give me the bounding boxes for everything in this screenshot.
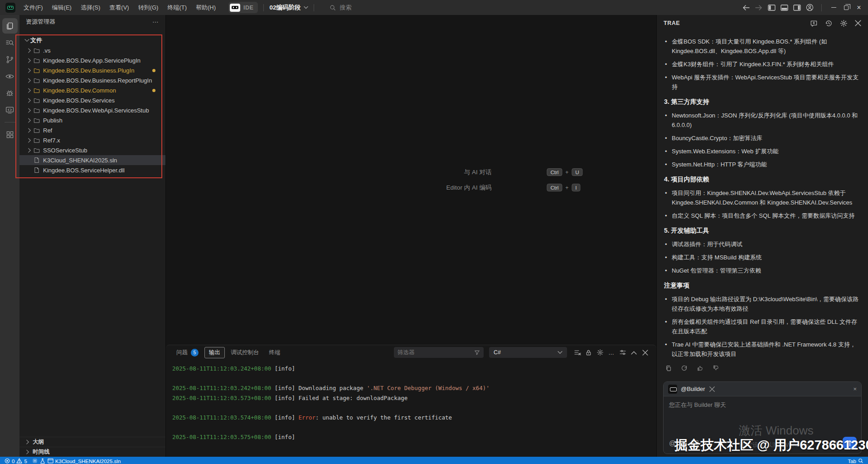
chevron-right-icon	[26, 148, 33, 153]
preview-eye-icon[interactable]	[2, 68, 18, 84]
tree-item-label: Kingdee.BOS.Dev.App.ServicePlugIn	[43, 57, 141, 64]
tree-row[interactable]: Kingdee.BOS.Dev.Business.PlugIn	[19, 65, 165, 75]
global-search[interactable]: 搜索	[330, 4, 351, 12]
tree-item-label: K3Cloud_SHENKAI2025.sln	[43, 157, 117, 164]
tree-row[interactable]: Kingdee.BOS.ServiceHelper.dll	[19, 165, 165, 175]
solution-window-icon	[48, 458, 53, 464]
log-line: 2025-08-11T11:12:03.574+08:00 [info] Err…	[172, 413, 656, 423]
toggle-right-panel-button[interactable]	[790, 1, 803, 14]
ai-hint-label: Editor 内 AI 编码	[401, 184, 491, 192]
panel-settings-gear-icon[interactable]	[594, 347, 606, 358]
output-channel-select[interactable]: C#	[489, 347, 567, 358]
maximize-panel-icon[interactable]	[628, 347, 640, 358]
menu-item-t[interactable]: 终端(T)	[163, 0, 191, 15]
trae-settings-gear-icon[interactable]	[840, 20, 848, 27]
main-column: 与 AI 对话Ctrl+UEditor 内 AI 编码Ctrl+I 问题5输出调…	[166, 15, 656, 457]
builder-tools-icon[interactable]	[709, 386, 715, 392]
panel-filter-settings-icon[interactable]	[617, 347, 628, 358]
chat-bullet-item: 金蝶K3财务组件：引用了 Kingdee.K3.FIN.* 系列财务相关组件	[664, 59, 861, 69]
problems-status[interactable]: 0 5	[5, 457, 27, 464]
trae-chat-content[interactable]: 金蝶BOS SDK：项目大量引用 Kingdee.BOS.* 系列组件 (如 K…	[657, 31, 868, 378]
chat-history-icon[interactable]	[825, 20, 833, 27]
explorer-more-icon[interactable]: ⋯	[152, 18, 159, 25]
panel-tab-输出[interactable]: 输出	[204, 347, 225, 358]
apps-grid-icon[interactable]	[2, 127, 18, 142]
menu-item-g[interactable]: 转到(G)	[134, 0, 163, 15]
activity-bar	[0, 15, 19, 457]
tree-row[interactable]: Kingdee.BOS.Dev.WebApi.ServicesStub	[19, 105, 165, 115]
toggle-sidebar-button[interactable]	[765, 1, 778, 14]
attach-image-icon[interactable]	[691, 440, 698, 446]
keycap: Ctrl	[547, 184, 562, 191]
tree-row[interactable]: .vs	[19, 45, 165, 55]
solution-status[interactable]: K3Cloud_SHENKAI2025.sln	[48, 457, 121, 464]
new-chat-icon[interactable]	[810, 20, 818, 27]
panel-tab-问题[interactable]: 问题5	[172, 347, 203, 358]
more-actions-icon[interactable]: …	[606, 347, 617, 358]
source-control-icon[interactable]	[2, 52, 18, 67]
copy-icon[interactable]	[665, 365, 672, 371]
tree-row[interactable]: Kingdee.BOS.Dev.App.ServicePlugIn	[19, 55, 165, 65]
tree-row[interactable]: K3Cloud_SHENKAI2025.sln	[19, 155, 165, 165]
tree-row[interactable]: Ref	[19, 125, 165, 135]
menu-item-s[interactable]: 选择(S)	[76, 0, 105, 15]
trae-header: TRAE	[657, 15, 868, 31]
debug-bug-icon[interactable]	[2, 85, 18, 101]
mention-at-icon[interactable]: @	[669, 439, 676, 447]
tree-row[interactable]: 文件	[19, 35, 165, 45]
nav-forward-button[interactable]	[752, 1, 765, 14]
remote-window-icon[interactable]	[2, 102, 18, 117]
stage-selector[interactable]: 02编码阶段	[269, 4, 308, 12]
test-beaker-status[interactable]	[40, 457, 45, 464]
folder-icon	[33, 68, 40, 73]
menu-item-e[interactable]: 编辑(E)	[48, 0, 76, 15]
tree-item-label: Kingdee.BOS.ServiceHelper.dll	[43, 167, 125, 174]
panel-tab-调试控制台[interactable]: 调试控制台	[227, 347, 263, 358]
account-icon[interactable]	[803, 1, 816, 14]
sidebar-section-timeline[interactable]: 时间线	[19, 447, 165, 457]
window-minimize-button[interactable]	[827, 1, 840, 14]
tree-row[interactable]: Ref7.x	[19, 135, 165, 145]
sidebar-section-outline[interactable]: 大纲	[19, 437, 165, 447]
menu-item-h[interactable]: 帮助(H)	[191, 0, 220, 15]
builder-input[interactable]: 您正在与 Builder 聊天	[664, 396, 861, 437]
explorer-icon[interactable]	[2, 18, 18, 34]
thumbs-up-icon[interactable]	[697, 365, 703, 371]
editor-area[interactable]: 与 AI 对话Ctrl+UEditor 内 AI 编码Ctrl+I	[166, 15, 656, 345]
ide-mode-badge[interactable]: IDE	[228, 2, 258, 13]
close-panel-icon[interactable]	[640, 347, 651, 358]
window-restore-button[interactable]	[840, 1, 853, 14]
panel-tab-终端[interactable]: 终端	[265, 347, 285, 358]
problems-count-badge: 5	[191, 349, 199, 357]
builder-controls: @ # 0	[664, 437, 861, 454]
output-filter-box[interactable]	[394, 347, 484, 358]
builder-close-icon[interactable]: ×	[853, 386, 857, 392]
remote-indicator[interactable]	[32, 457, 38, 464]
tree-item-label: Publish	[43, 117, 63, 124]
lock-scroll-icon[interactable]	[583, 347, 594, 358]
tab-focus-mode[interactable]: Tab	[848, 457, 863, 464]
tree-row[interactable]: Kingdee.BOS.Dev.Services	[19, 95, 165, 105]
close-trae-panel-icon[interactable]	[855, 20, 861, 26]
panel-tab-label: 调试控制台	[231, 349, 259, 357]
regenerate-icon[interactable]	[681, 365, 688, 371]
chevron-right-icon	[26, 118, 33, 123]
search-panel-icon[interactable]	[2, 35, 18, 50]
tree-row[interactable]: Kingdee.BOS.Dev.Common	[19, 85, 165, 95]
thumbs-down-icon[interactable]	[713, 365, 719, 371]
clear-output-icon[interactable]	[572, 347, 583, 358]
ai-hint-keys: Ctrl+U	[547, 168, 582, 176]
filter-input[interactable]	[398, 349, 474, 356]
window-close-button[interactable]: ×	[853, 1, 865, 14]
hash-command-icon[interactable]: #	[682, 440, 685, 447]
tree-row[interactable]: SSOServiceStub	[19, 145, 165, 155]
toggle-panel-button[interactable]	[778, 1, 790, 14]
menu-item-v[interactable]: 查看(V)	[105, 0, 133, 15]
plus-sign: +	[565, 169, 568, 176]
tree-row[interactable]: Publish	[19, 115, 165, 125]
menu-item-f[interactable]: 文件(F)	[19, 0, 48, 15]
nav-back-button[interactable]	[740, 1, 752, 14]
send-button[interactable]	[843, 437, 857, 449]
tree-row[interactable]: Kingdee.BOS.Dev.Business.ReportPlugIn	[19, 75, 165, 85]
output-log[interactable]: 2025-08-11T11:12:03.242+08:00 [info] 202…	[166, 360, 656, 457]
